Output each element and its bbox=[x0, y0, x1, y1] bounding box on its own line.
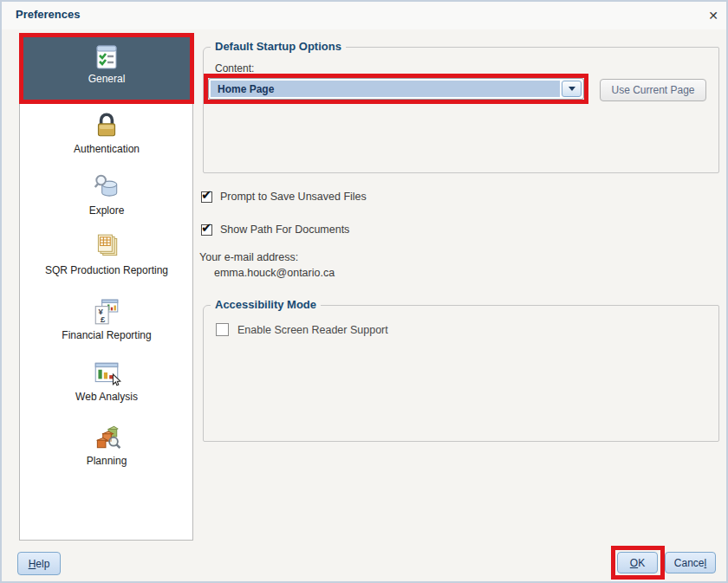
title-bar bbox=[2, 2, 726, 29]
sidebar-item-label: SQR Production Reporting bbox=[21, 264, 192, 276]
content-dropdown-value-area: Home Page bbox=[211, 81, 560, 97]
prompt-save-checkbox[interactable]: ✔ bbox=[201, 191, 212, 203]
use-current-page-button[interactable]: Use Current Page bbox=[600, 79, 706, 101]
content-label: Content: bbox=[215, 62, 254, 74]
bar-chart-cursor-icon bbox=[92, 359, 121, 388]
sidebar-item-financial-reporting[interactable]: ¥ £ Financial Reporting bbox=[21, 297, 192, 341]
group-legend: Default Startup Options bbox=[211, 40, 346, 53]
padlock-icon bbox=[92, 111, 121, 140]
sidebar-item-label: Web Analysis bbox=[21, 391, 192, 403]
default-startup-options-group: Default Startup Options bbox=[203, 47, 719, 173]
sidebar-item-planning[interactable]: Planning bbox=[21, 423, 192, 467]
email-address-value: emma.houck@ontario.ca bbox=[214, 267, 335, 279]
sidebar-item-label: Financial Reporting bbox=[21, 329, 192, 341]
sidebar-item-explore[interactable]: Explore bbox=[21, 172, 192, 217]
sidebar-item-label: General bbox=[23, 73, 190, 85]
sidebar-item-authentication[interactable]: Authentication bbox=[21, 111, 192, 155]
help-label: Help bbox=[29, 558, 50, 570]
show-path-label[interactable]: Show Path For Documents bbox=[220, 223, 349, 236]
sidebar-item-label: Planning bbox=[21, 455, 192, 467]
email-address-label: Your e-mail address: bbox=[199, 251, 298, 263]
checkmark-icon: ✔ bbox=[201, 221, 212, 234]
financial-chart-icon: ¥ £ bbox=[92, 297, 121, 327]
database-search-icon bbox=[92, 172, 121, 202]
close-icon[interactable]: ✕ bbox=[704, 7, 723, 24]
sidebar-item-label: Explore bbox=[21, 204, 192, 217]
blocks-magnifier-icon bbox=[92, 423, 121, 452]
cancel-label: Cancel bbox=[674, 557, 706, 569]
ok-label: OK bbox=[630, 557, 645, 569]
chevron-down-icon bbox=[569, 87, 575, 91]
screen-reader-label[interactable]: Enable Screen Reader Support bbox=[237, 324, 388, 336]
dialog-title: Preferences bbox=[16, 8, 80, 21]
preferences-dialog: Preferences ✕ General Authentication Exp bbox=[0, 0, 728, 583]
ok-button[interactable]: OK bbox=[617, 552, 658, 573]
screen-reader-checkbox[interactable] bbox=[216, 323, 229, 336]
use-current-page-label: Use Current Page bbox=[611, 84, 694, 96]
checkmark-icon: ✔ bbox=[201, 188, 212, 201]
group-legend: Accessibility Mode bbox=[211, 298, 321, 311]
show-path-checkbox[interactable]: ✔ bbox=[201, 224, 212, 236]
document-stack-icon bbox=[92, 232, 121, 262]
cancel-button[interactable]: Cancel bbox=[665, 552, 716, 573]
content-dropdown-value: Home Page bbox=[211, 83, 274, 95]
checklist-icon bbox=[93, 43, 120, 71]
content-dropdown[interactable]: Home Page bbox=[208, 78, 584, 100]
sidebar-item-general[interactable]: General bbox=[23, 37, 190, 100]
sidebar-item-web-analysis[interactable]: Web Analysis bbox=[21, 359, 192, 403]
prompt-save-label[interactable]: Prompt to Save Unsaved Files bbox=[220, 191, 367, 203]
sidebar-item-label: Authentication bbox=[21, 143, 192, 155]
help-button[interactable]: Help bbox=[17, 552, 61, 575]
dropdown-arrow-button[interactable] bbox=[562, 81, 582, 97]
svg-text:£: £ bbox=[101, 314, 106, 324]
sidebar-item-sqr-production-reporting[interactable]: SQR Production Reporting bbox=[21, 232, 192, 276]
